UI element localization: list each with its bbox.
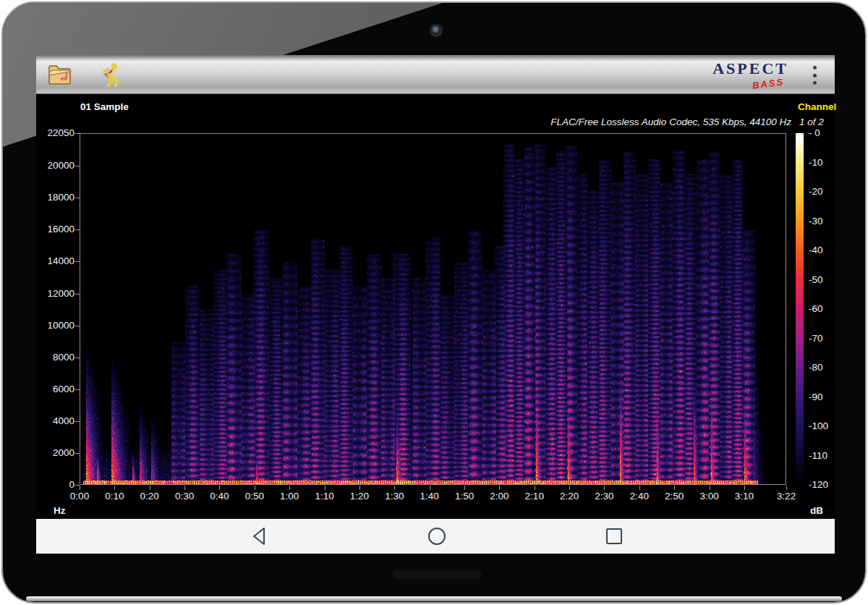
y-tick-label: 22050 xyxy=(36,127,75,139)
codec-info: FLAC/Free Lossless Audio Codec, 535 Kbps… xyxy=(550,117,791,127)
app-toolbar: ASPECT BASS xyxy=(36,55,835,94)
x-tick-label: 3:10 xyxy=(735,491,754,502)
x-tick-label: 1:30 xyxy=(385,491,404,502)
db-colorbar xyxy=(796,133,804,485)
colorbar-tick-label: -30 xyxy=(809,216,823,227)
colorbar-tick-label: -20 xyxy=(809,186,823,198)
colorbar-tick-label: -40 xyxy=(809,245,823,256)
app-logo-aspect: ASPECT xyxy=(712,61,788,77)
colorbar-tick-label: - 0 xyxy=(809,127,820,139)
x-tick-mark xyxy=(359,486,360,490)
y-tick-mark xyxy=(75,229,80,230)
screen: ASPECT BASS 01 Sample FLAC/Free Lossless… xyxy=(36,55,835,554)
app-logo: ASPECT BASS xyxy=(712,61,788,90)
y-tick-label: 20000 xyxy=(36,160,75,172)
x-tick-label: 1:50 xyxy=(455,491,474,502)
x-tick-label: 1:00 xyxy=(280,491,299,502)
track-title: 01 Sample xyxy=(80,101,129,112)
y-tick-label: 14000 xyxy=(36,255,75,267)
brand-logo-faint xyxy=(392,570,482,579)
tablet-bottom-edge xyxy=(26,596,842,601)
colorbar-tick-label: -50 xyxy=(809,274,823,286)
colorbar-tick-label: -10 xyxy=(809,157,823,169)
x-tick-label: 2:50 xyxy=(665,491,684,502)
app-logo-bass: BASS xyxy=(752,76,785,90)
x-tick-label: 3:00 xyxy=(699,491,718,502)
x-tick-label: 1:10 xyxy=(315,491,333,502)
colorbar-tick-label: -80 xyxy=(809,362,823,373)
y-tick-label: 6000 xyxy=(36,384,75,395)
x-tick-mark xyxy=(710,486,710,490)
x-tick-mark xyxy=(639,486,640,490)
y-tick-label: 8000 xyxy=(36,352,75,363)
spectrogram-plot-frame xyxy=(80,133,786,485)
x-tick-mark xyxy=(674,486,675,490)
x-tick-mark xyxy=(325,486,326,490)
back-icon[interactable] xyxy=(250,526,270,546)
x-tick-mark xyxy=(786,486,787,490)
x-tick-label: 1:40 xyxy=(420,491,439,502)
x-tick-mark xyxy=(255,486,255,490)
x-tick-mark xyxy=(114,486,115,490)
colorbar-tick-label: -120 xyxy=(809,479,828,491)
y-tick-mark xyxy=(75,358,80,358)
x-tick-label: 2:20 xyxy=(560,491,579,502)
y-tick-mark xyxy=(75,453,80,454)
x-tick-label: 0:20 xyxy=(140,491,159,502)
spectrogram-view: 01 Sample FLAC/Free Lossless Audio Codec… xyxy=(36,94,835,519)
x-tick-mark xyxy=(430,486,430,490)
x-tick-mark xyxy=(744,486,745,490)
y-tick-label: 10000 xyxy=(36,320,75,331)
x-tick-mark xyxy=(289,486,290,490)
x-tick-mark xyxy=(150,486,150,490)
x-tick-label: 0:30 xyxy=(175,491,194,502)
x-tick-label: 0:10 xyxy=(105,491,124,502)
x-tick-label: 0:40 xyxy=(210,491,229,502)
x-tick-mark xyxy=(464,486,465,490)
overflow-menu-icon[interactable] xyxy=(813,66,817,85)
x-tick-label: 0:50 xyxy=(245,491,264,502)
y-tick-label: 2000 xyxy=(36,447,75,459)
y-tick-mark xyxy=(75,389,80,390)
colorbar-tick-label: -100 xyxy=(809,420,828,432)
channel-label[interactable]: Channel xyxy=(798,101,836,112)
tablet-device: ASPECT BASS 01 Sample FLAC/Free Lossless… xyxy=(1,1,867,604)
x-tick-mark xyxy=(394,486,395,490)
x-tick-mark xyxy=(499,486,500,490)
y-tick-mark xyxy=(75,133,80,134)
x-tick-label: 2:30 xyxy=(595,491,613,502)
y-tick-mark xyxy=(75,261,80,262)
colorbar-tick-label: -110 xyxy=(809,450,827,462)
y-tick-label: 16000 xyxy=(36,224,75,235)
y-tick-mark xyxy=(75,166,80,166)
channel-value[interactable]: 1 of 2 xyxy=(799,117,824,127)
y-tick-label: 0 xyxy=(36,479,75,491)
x-tick-label: 2:00 xyxy=(490,491,509,502)
colorbar-tick-label: -60 xyxy=(809,303,823,315)
recents-icon[interactable] xyxy=(604,526,624,546)
y-tick-mark xyxy=(75,198,80,198)
x-tick-mark xyxy=(184,486,185,490)
home-icon[interactable] xyxy=(427,526,447,546)
y-tick-label: 4000 xyxy=(36,415,75,427)
y-tick-label: 18000 xyxy=(36,192,75,203)
x-tick-mark xyxy=(80,486,80,490)
colorbar-tick-label: -90 xyxy=(809,392,823,403)
x-tick-mark xyxy=(569,486,570,490)
x-tick-label: 1:20 xyxy=(350,491,369,502)
x-tick-label: 0:00 xyxy=(70,491,89,502)
y-tick-label: 12000 xyxy=(36,288,75,300)
x-tick-mark xyxy=(535,486,535,490)
x-tick-label: 2:10 xyxy=(525,491,544,502)
x-tick-mark xyxy=(604,486,605,490)
colorbar-tick-label: -70 xyxy=(809,333,823,344)
x-tick-label: 3:22 xyxy=(777,491,796,502)
android-navbar xyxy=(36,519,835,554)
x-tick-label: 2:40 xyxy=(630,491,649,502)
open-file-folder-music-icon[interactable] xyxy=(46,62,72,88)
y-tick-mark xyxy=(75,326,80,326)
front-camera xyxy=(430,25,442,36)
spectrogram-canvas[interactable] xyxy=(80,134,786,484)
x-tick-mark xyxy=(219,486,220,490)
runner-analyzer-icon[interactable] xyxy=(97,62,123,88)
